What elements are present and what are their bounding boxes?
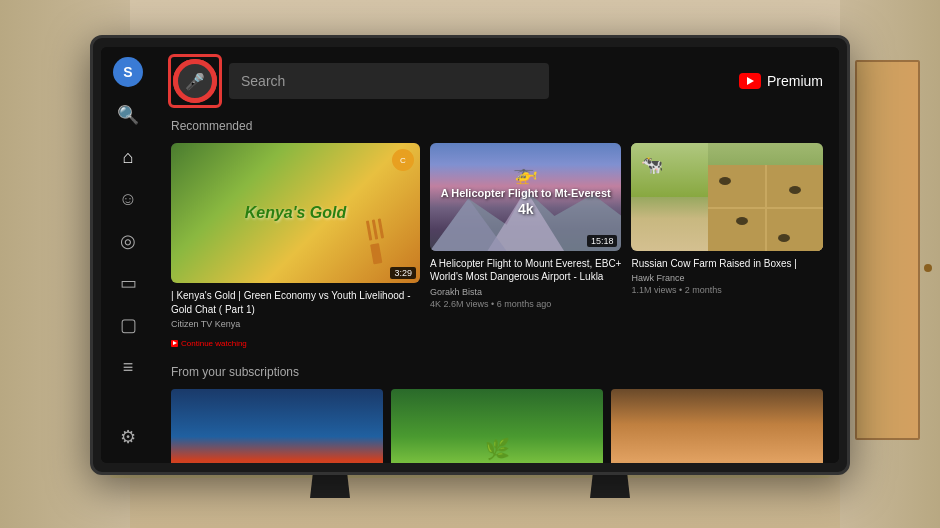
video-card-kenya-gold[interactable]: Kenya's Gold xyxy=(171,143,420,349)
sub-card-3[interactable]: 🏠 xyxy=(611,389,823,463)
video-card-russian-cow[interactable]: 🐄 Russian Cow Farm Raised in Boxes | Haw… xyxy=(631,143,823,349)
kenya-gold-text: Kenya's Gold xyxy=(245,204,347,222)
video-info-kenya: | Kenya's Gold | Green Economy vs Youth … xyxy=(171,283,420,349)
content-area: Recommended Kenya's Gold xyxy=(155,115,839,463)
thumbnail-kenya-gold: Kenya's Gold xyxy=(171,143,420,283)
meta-heli: 4K 2.6M views • 6 months ago xyxy=(430,299,622,309)
sidebar-item-subscriptions[interactable]: ☺ xyxy=(110,181,146,217)
thumbnail-helicopter: 🚁 A Helicopter Flight to Mt-Everest 4k 1… xyxy=(430,143,622,251)
search-bar[interactable]: Search xyxy=(229,63,549,99)
user-avatar[interactable]: S xyxy=(113,57,143,87)
sidebar: S 🔍 ⌂ ☺ ◎ ▭ ▢ ≡ ⚙ xyxy=(101,47,155,463)
video-title-cow: Russian Cow Farm Raised in Boxes | xyxy=(631,257,823,271)
sidebar-item-settings[interactable]: ⚙ xyxy=(110,419,146,455)
microphone-icon: 🎤 xyxy=(185,72,205,91)
cow-box-2 xyxy=(767,165,823,207)
meta-cow: 1.1M views • 2 months xyxy=(631,285,823,295)
heli-4k-text: 4k xyxy=(441,200,611,218)
subscriptions-grid: 🌿 🏠 xyxy=(171,389,823,463)
main-content: 🎤 Search Premium Recommended xyxy=(155,47,839,463)
video-title-heli: A Helicopter Flight to Mount Everest, EB… xyxy=(430,257,622,284)
video-title-kenya: | Kenya's Gold | Green Economy vs Youth … xyxy=(171,289,420,316)
video-info-heli: A Helicopter Flight to Mount Everest, EB… xyxy=(430,251,622,309)
sidebar-item-library[interactable]: ▭ xyxy=(110,265,146,301)
helicopter-icon: 🚁 xyxy=(513,161,538,185)
search-placeholder: Search xyxy=(241,73,285,89)
sidebar-item-search[interactable]: 🔍 xyxy=(110,97,146,133)
youtube-play-icon xyxy=(739,73,761,89)
helicopter-text-overlay: A Helicopter Flight to Mt-Everest 4k xyxy=(433,186,619,218)
channel-cow: Hawk France xyxy=(631,273,823,283)
cow-box-3 xyxy=(708,209,764,251)
cow-icon: 🐄 xyxy=(641,154,663,176)
voice-search-button[interactable]: 🎤 xyxy=(175,61,215,101)
channel-kenya: Citizen TV Kenya xyxy=(171,319,420,329)
youtube-logo xyxy=(739,73,761,89)
sub-thumb-3: 🏠 xyxy=(611,389,823,463)
cow-box-1 xyxy=(708,165,764,207)
recommended-title: Recommended xyxy=(171,119,823,133)
citizen-tv-logo: C xyxy=(392,149,414,171)
video-card-helicopter[interactable]: 🚁 A Helicopter Flight to Mt-Everest 4k 1… xyxy=(430,143,622,349)
thumb-kenya-bg: Kenya's Gold xyxy=(171,143,420,283)
duration-kenya: 3:29 xyxy=(390,267,416,279)
thumbnail-cow: 🐄 xyxy=(631,143,823,251)
channel-heli: Gorakh Bista xyxy=(430,287,622,297)
duration-heli: 15:18 xyxy=(587,235,618,247)
header: 🎤 Search Premium xyxy=(155,47,839,115)
premium-label: Premium xyxy=(767,73,823,89)
youtube-premium[interactable]: Premium xyxy=(739,73,823,89)
sub-thumb-1 xyxy=(171,389,383,463)
sidebar-item-explore[interactable]: ◎ xyxy=(110,223,146,259)
thumb-cow-bg: 🐄 xyxy=(631,143,823,251)
fork-graphic xyxy=(366,216,404,270)
cow-box-4 xyxy=(767,209,823,251)
continue-label: Continue watching xyxy=(181,339,247,348)
cow-boxes-grid xyxy=(708,165,823,251)
continue-icon xyxy=(171,340,178,347)
sub-thumb-2: 🌿 xyxy=(391,389,603,463)
continue-watching-badge[interactable]: Continue watching xyxy=(171,339,247,348)
subscriptions-title: From your subscriptions xyxy=(171,365,823,379)
recommended-grid: Kenya's Gold xyxy=(171,143,823,349)
heli-title-text: A Helicopter Flight to Mt-Everest xyxy=(441,186,611,200)
sub-card-1[interactable] xyxy=(171,389,383,463)
voice-search-wrapper: 🎤 xyxy=(171,57,219,105)
sub-card-2[interactable]: 🌿 xyxy=(391,389,603,463)
video-info-cow: Russian Cow Farm Raised in Boxes | Hawk … xyxy=(631,251,823,296)
sidebar-item-playlist[interactable]: ≡ xyxy=(110,349,146,385)
sidebar-item-home[interactable]: ⌂ xyxy=(110,139,146,175)
sidebar-item-history[interactable]: ▢ xyxy=(110,307,146,343)
